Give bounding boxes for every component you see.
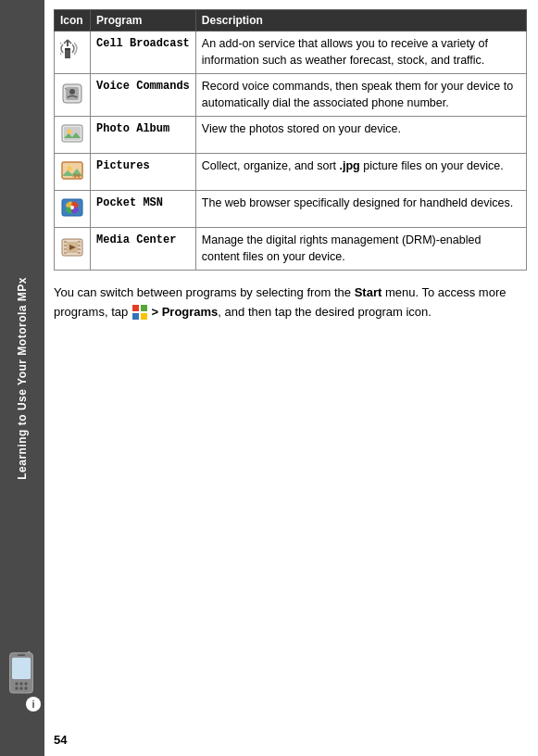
svg-point-17 (69, 89, 75, 94)
svg-rect-46 (141, 313, 147, 320)
sidebar: Learning to Use Your Motorola MPx i (0, 0, 44, 756)
program-name-cell: Photo Album (91, 117, 196, 154)
program-name: Cell Broadcast (96, 37, 190, 50)
svg-point-4 (19, 682, 22, 685)
table-row: .jpg PicturesCollect, organize, and sort… (55, 154, 527, 191)
program-name: Photo Album (96, 122, 169, 135)
svg-point-31 (70, 206, 74, 209)
svg-rect-44 (141, 305, 147, 311)
pictures-icon: .jpg (55, 154, 91, 191)
description-text: Manage the digital rights management (DR… (202, 233, 482, 263)
description-text: Collect, organize, and sort .jpg picture… (202, 159, 504, 172)
svg-rect-1 (12, 658, 31, 679)
table-row: Pocket MSNThe web browser specifically d… (55, 191, 527, 228)
svg-rect-41 (78, 250, 81, 252)
programs-label: > Programs (151, 305, 218, 319)
svg-point-3 (15, 682, 18, 685)
description-text: Record voice commands, then speak them f… (202, 80, 513, 109)
description-text: An add-on service that allows you to rec… (202, 37, 488, 67)
phone-icon (4, 651, 39, 700)
table-row: Voice CommandsRecord voice commands, the… (55, 74, 527, 117)
col-icon: Icon (55, 10, 91, 32)
media-center-icon (55, 228, 91, 271)
footer-text: You can switch between programs by selec… (54, 284, 527, 322)
program-name-cell: Media Center (91, 228, 196, 271)
svg-rect-11 (65, 48, 70, 50)
program-name: Voice Commands (96, 80, 190, 93)
svg-rect-45 (132, 313, 139, 320)
programs-table: Icon Program Description Cell BroadcastA… (54, 9, 527, 271)
start-label: Start (355, 285, 382, 299)
svg-rect-37 (64, 246, 67, 248)
program-name-cell: Voice Commands (91, 74, 196, 117)
description-cell: Manage the digital rights management (DR… (195, 228, 526, 271)
col-program: Program (91, 10, 196, 32)
pocket-msn-icon (55, 191, 91, 228)
description-cell: The web browser specifically designed fo… (195, 191, 526, 228)
svg-point-6 (15, 687, 18, 689)
sidebar-label: Learning to Use Your Motorola MPx (16, 277, 29, 480)
page-number: 54 (54, 733, 67, 747)
description-cell: Record voice commands, then speak them f… (195, 74, 526, 117)
footer-para: You can switch between programs by selec… (54, 285, 506, 319)
program-name-cell: Cell Broadcast (91, 32, 196, 74)
table-row: Cell BroadcastAn add-on service that all… (55, 32, 527, 74)
svg-point-8 (24, 687, 27, 689)
voice-commands-icon (55, 74, 91, 117)
svg-point-22 (68, 130, 72, 134)
program-name: Pictures (96, 159, 150, 172)
program-name-cell: Pictures (91, 154, 196, 191)
svg-point-5 (24, 682, 27, 685)
cell-broadcast-icon (55, 32, 91, 74)
svg-rect-9 (18, 654, 25, 656)
svg-rect-10 (65, 50, 70, 58)
table-row: Photo AlbumView the photos stored on you… (55, 117, 527, 154)
description-cell: An add-on service that allows you to rec… (195, 32, 526, 74)
description-text: The web browser specifically designed fo… (202, 196, 513, 209)
svg-rect-38 (64, 250, 67, 252)
svg-point-7 (19, 687, 22, 689)
svg-rect-43 (132, 305, 139, 311)
info-badge: i (26, 697, 41, 712)
windows-icon (131, 304, 148, 321)
svg-rect-40 (78, 246, 81, 248)
description-text: View the photos stored on your device. (202, 122, 401, 135)
description-cell: View the photos stored on your device. (195, 117, 526, 154)
main-content: Icon Program Description Cell BroadcastA… (44, 0, 538, 756)
description-cell: Collect, organize, and sort .jpg picture… (195, 154, 526, 191)
table-row: Media CenterManage the digital rights ma… (55, 228, 527, 271)
program-name: Pocket MSN (96, 196, 163, 209)
svg-point-24 (68, 167, 72, 171)
svg-text:.jpg: .jpg (72, 172, 81, 178)
svg-rect-36 (64, 243, 67, 245)
program-name-cell: Pocket MSN (91, 191, 196, 228)
col-description: Description (195, 10, 526, 32)
photo-album-icon (55, 117, 91, 154)
program-name: Media Center (96, 233, 176, 246)
svg-rect-39 (78, 243, 81, 245)
